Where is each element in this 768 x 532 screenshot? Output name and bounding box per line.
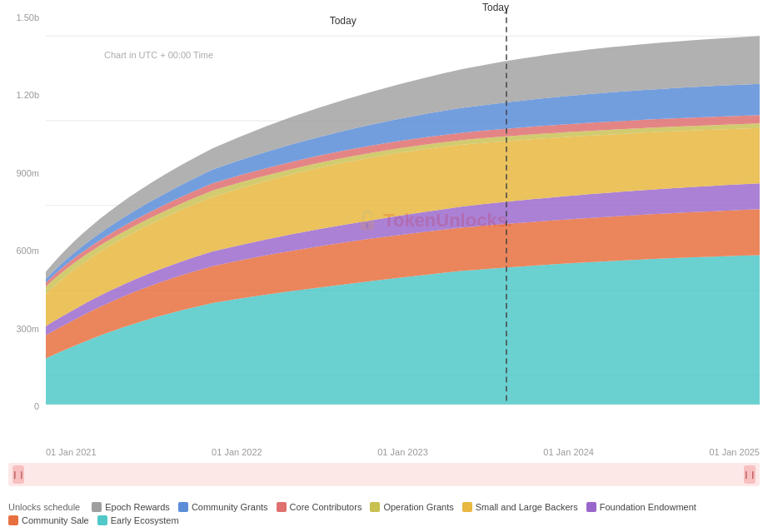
- legend-dot-community-sale: [8, 515, 18, 525]
- legend-dot-epoch: [92, 502, 102, 512]
- today-label: Today: [482, 2, 509, 13]
- legend-label-core: Core Contributors: [290, 502, 362, 512]
- y-label-150: 1.50b: [16, 12, 39, 22]
- legend-item-community-grants: Community Grants: [178, 502, 268, 512]
- scrollbar[interactable]: ❙❙ ❙❙: [8, 463, 760, 486]
- legend-item-backers: Small and Large Backers: [462, 502, 578, 512]
- y-label-900: 900m: [16, 168, 39, 178]
- x-axis: 01 Jan 2021 01 Jan 2022 01 Jan 2023 01 J…: [46, 447, 760, 457]
- legend-label-operation: Operation Grants: [383, 502, 453, 512]
- x-label-2025: 01 Jan 2025: [709, 447, 760, 457]
- legend-label-community-sale: Community Sale: [22, 515, 89, 525]
- legend-item-early-ecosystem: Early Ecosystem: [97, 515, 179, 525]
- x-label-2022: 01 Jan 2022: [212, 447, 262, 457]
- legend-label-epoch: Epoch Rewards: [105, 502, 170, 512]
- chart-title: Chart in UTC + 00:00 Time: [104, 50, 213, 60]
- legend-dot-core: [277, 502, 287, 512]
- y-label-0: 0: [34, 401, 39, 411]
- legend-item-foundation: Foundation Endowment: [586, 502, 696, 512]
- chart-svg: [46, 8, 760, 432]
- legend-item-operation-grants: Operation Grants: [370, 502, 453, 512]
- main-chart-area: Chart in UTC + 00:00 Time: [46, 8, 760, 432]
- legend-dot-community-grants: [178, 502, 188, 512]
- legend-item-community-sale: Community Sale: [8, 515, 89, 525]
- legend-dot-backers: [462, 502, 472, 512]
- legend-dot-operation: [370, 502, 380, 512]
- x-label-2024: 01 Jan 2024: [543, 447, 594, 457]
- y-label-600: 600m: [16, 246, 39, 256]
- scrollbar-left-handle[interactable]: ❙❙: [12, 465, 24, 484]
- x-label-2023: 01 Jan 2023: [377, 447, 428, 457]
- today-label-abs: Today: [330, 15, 357, 27]
- legend-title: Unlocks schedule: [8, 502, 83, 512]
- scrollbar-right-handle[interactable]: ❙❙: [744, 465, 756, 484]
- legend-label-foundation: Foundation Endowment: [600, 502, 696, 512]
- scrollbar-track[interactable]: [24, 463, 744, 486]
- legend-item-epoch: Epoch Rewards: [92, 502, 170, 512]
- chart-container: 1.50b 1.20b 900m 600m 300m 0 Chart in UT…: [0, 0, 768, 532]
- legend-label-early-ecosystem: Early Ecosystem: [111, 515, 179, 525]
- legend-title-text: Unlocks schedule: [8, 502, 80, 512]
- y-axis: 1.50b 1.20b 900m 600m 300m 0: [0, 8, 46, 432]
- legend: Unlocks schedule Epoch Rewards Community…: [8, 502, 760, 525]
- legend-item-core-contributors: Core Contributors: [277, 502, 362, 512]
- y-label-300: 300m: [16, 324, 39, 334]
- legend-dot-early-ecosystem: [97, 515, 107, 525]
- legend-dot-foundation: [586, 502, 596, 512]
- legend-label-community-grants: Community Grants: [192, 502, 268, 512]
- x-label-2021: 01 Jan 2021: [46, 447, 97, 457]
- legend-label-backers: Small and Large Backers: [476, 502, 578, 512]
- y-label-120: 1.20b: [16, 90, 39, 100]
